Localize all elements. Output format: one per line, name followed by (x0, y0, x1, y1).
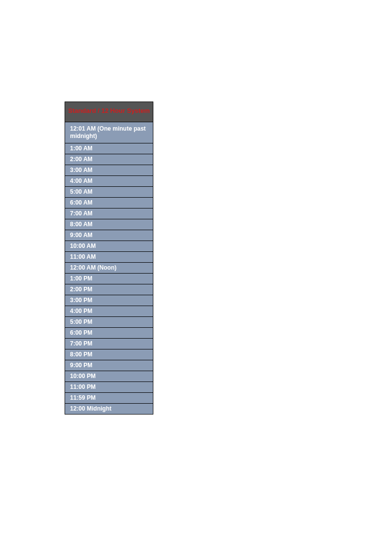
table-row: 12:00 Midnight (65, 404, 153, 414)
table-header: Standard / 12 Hour System (65, 102, 153, 122)
table-row: 11:00 PM (65, 382, 153, 393)
table-row: 4:00 AM (65, 176, 153, 187)
table-row: 12:00 AM (Noon) (65, 263, 153, 274)
table-row: 8:00 AM (65, 219, 153, 230)
table-row: 4:00 PM (65, 306, 153, 317)
table-row: 11:59 PM (65, 393, 153, 404)
table-row: 7:00 PM (65, 339, 153, 349)
table-row: 12:01 AM (One minute past midnight) (65, 122, 153, 143)
table-row: 2:00 PM (65, 284, 153, 295)
table-row: 10:00 AM (65, 241, 153, 252)
table-row: 3:00 AM (65, 165, 153, 176)
table-row: 5:00 AM (65, 187, 153, 198)
table-row: 10:00 PM (65, 371, 153, 382)
table-row: 1:00 AM (65, 143, 153, 154)
table-row: 2:00 AM (65, 154, 153, 165)
table-row: 6:00 PM (65, 328, 153, 339)
table-row: 6:00 AM (65, 198, 153, 208)
table-row: 7:00 AM (65, 208, 153, 219)
table-row: 11:00 AM (65, 252, 153, 263)
table-row: 9:00 AM (65, 230, 153, 241)
table-row: 8:00 PM (65, 349, 153, 360)
table-row: 5:00 PM (65, 317, 153, 328)
table-row: 9:00 PM (65, 360, 153, 371)
time-system-table: Standard / 12 Hour System 12:01 AM (One … (65, 102, 153, 415)
table-row: 3:00 PM (65, 295, 153, 306)
table-row: 1:00 PM (65, 274, 153, 284)
